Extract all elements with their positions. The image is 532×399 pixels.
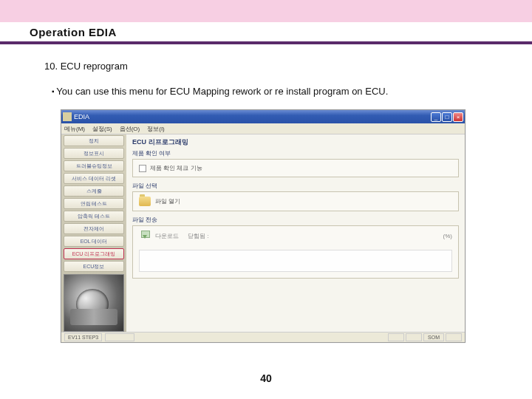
page-number: 40	[0, 372, 532, 384]
window-title: EDIA	[74, 113, 431, 120]
app-window: EDIA _ □ × 메뉴(M) 설정(S) 옵션(O) 정보(I) 정치 정보…	[61, 109, 466, 343]
checkbox-label: 제품 확인 체크 기능	[150, 164, 202, 172]
maximize-button[interactable]: □	[442, 112, 452, 122]
status-cell	[388, 333, 404, 341]
download-icon[interactable]	[139, 231, 151, 241]
sidebar-item[interactable]: EOL 데이터	[64, 236, 124, 247]
sidebar-engine-image	[64, 274, 124, 332]
window-controls: _ □ ×	[431, 112, 463, 122]
status-cell	[446, 333, 462, 341]
sidebar-item[interactable]: 연립 테스트	[64, 198, 124, 209]
status-cell	[406, 333, 422, 341]
group-box: 다운로드 닫힘됨 : (%)	[132, 225, 459, 279]
sidebar: 정치 정보표시 트러블슈팅정보 서비스 데이터 리셋 스케줄 연립 테스트 압축…	[61, 134, 126, 332]
sidebar-item[interactable]: 정치	[64, 135, 124, 146]
menu-item[interactable]: 정보(I)	[147, 125, 165, 133]
download-field-label: 닫힘됨 :	[188, 232, 208, 240]
slide-title-bar: Operation EDIA	[0, 22, 532, 41]
status-cell: SOM	[423, 333, 444, 341]
file-open-label: 파일 열기	[155, 197, 180, 205]
slide-top-band	[0, 0, 532, 22]
group-label: 파일 선택	[132, 182, 459, 190]
sidebar-item[interactable]: 스케줄	[64, 185, 124, 197]
group-file-transfer: 파일 전송 다운로드 닫힘됨 : (%)	[132, 216, 459, 279]
status-bar: EV11 STEP3 SOM	[61, 332, 465, 342]
group-product-check: 제품 확인 여부 제품 확인 체크 기능	[132, 149, 459, 177]
content-heading: ECU 리프로그래밍	[132, 137, 459, 147]
progress-area	[139, 250, 452, 272]
sidebar-item[interactable]: 서비스 데이터 리셋	[64, 173, 124, 184]
file-open-row: 파일 열기	[139, 197, 452, 206]
slide-title: Operation EDIA	[30, 26, 117, 38]
window-titlebar[interactable]: EDIA _ □ ×	[61, 110, 465, 123]
menu-item[interactable]: 옵션(O)	[120, 125, 140, 133]
sidebar-item[interactable]: 정보표시	[64, 148, 124, 159]
close-button[interactable]: ×	[453, 112, 463, 122]
group-box: 파일 열기	[132, 191, 459, 211]
section-description: You can use this menu for ECU Mapping re…	[52, 86, 388, 97]
status-cell: EV11 STEP3	[64, 333, 102, 341]
window-body: 정치 정보표시 트러블슈팅정보 서비스 데이터 리셋 스케줄 연립 테스트 압축…	[61, 134, 465, 332]
minimize-button[interactable]: _	[431, 112, 441, 122]
menu-item[interactable]: 설정(S)	[92, 125, 112, 133]
percent-label: (%)	[443, 233, 452, 239]
section-heading: 10. ECU reprogram	[44, 61, 128, 72]
status-left: EV11 STEP3	[64, 333, 386, 341]
sidebar-item[interactable]: 압축릭 테스트	[64, 211, 124, 222]
group-file-select: 파일 선택 파일 열기	[132, 182, 459, 211]
content-area: ECU 리프로그래밍 제품 확인 여부 제품 확인 체크 기능 파일 선택 파일…	[126, 134, 465, 332]
folder-icon[interactable]	[139, 197, 151, 206]
menu-bar: 메뉴(M) 설정(S) 옵션(O) 정보(I)	[61, 123, 465, 134]
group-label: 제품 확인 여부	[132, 149, 459, 157]
title-underline	[0, 41, 532, 44]
group-label: 파일 전송	[132, 216, 459, 224]
download-row: 다운로드 닫힘됨 : (%)	[139, 231, 452, 241]
checkbox-row: 제품 확인 체크 기능	[139, 164, 452, 172]
group-box: 제품 확인 체크 기능	[132, 159, 459, 177]
sidebar-item[interactable]: 전자제어	[64, 223, 124, 234]
sidebar-item[interactable]: ECU정보	[64, 261, 124, 272]
menu-item[interactable]: 메뉴(M)	[64, 125, 85, 133]
download-label: 다운로드	[155, 232, 179, 240]
app-icon	[63, 112, 72, 121]
checkbox[interactable]	[139, 165, 146, 172]
status-cell	[105, 333, 134, 341]
sidebar-item-active[interactable]: ECU 리프로그래밍	[64, 248, 124, 259]
sidebar-item[interactable]: 트러블슈팅정보	[64, 160, 124, 171]
